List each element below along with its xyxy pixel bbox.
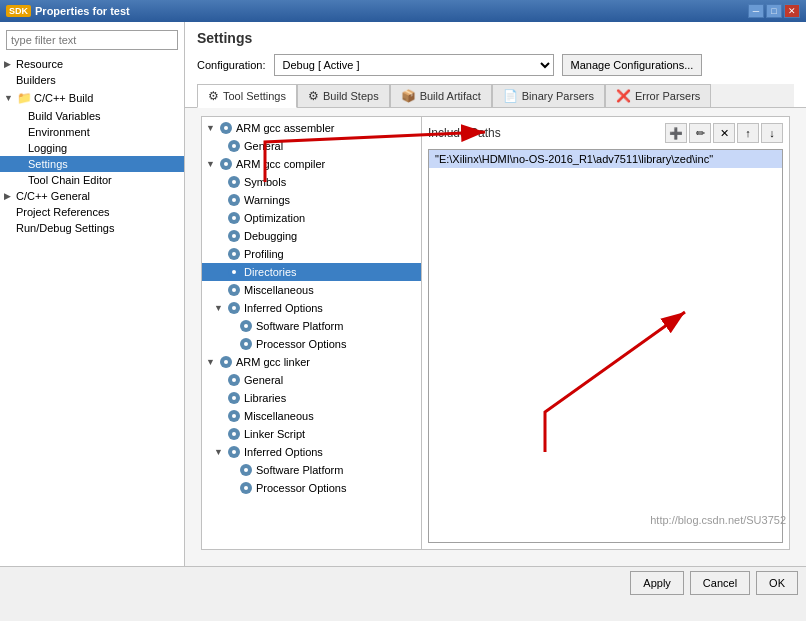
binary-parsers-icon: 📄	[503, 89, 518, 103]
sidebar-filter-wrapper	[6, 30, 178, 50]
svg-point-9	[232, 198, 236, 202]
svg-point-25	[244, 342, 248, 346]
apply-button[interactable]: Apply	[630, 571, 684, 595]
filter-input[interactable]	[6, 30, 178, 50]
tree-node-compiler-software-platform[interactable]: Software Platform	[202, 317, 421, 335]
config-select[interactable]: Debug [ Active ]	[274, 54, 554, 76]
tree-node-arm-linker[interactable]: ▼ ARM gcc linker	[202, 353, 421, 371]
tab-build-steps[interactable]: ⚙ Build Steps	[297, 84, 390, 107]
tree-node-compiler-debugging[interactable]: Debugging	[202, 227, 421, 245]
tab-build-artifact[interactable]: 📦 Build Artifact	[390, 84, 492, 107]
svg-point-15	[232, 252, 236, 256]
svg-point-3	[232, 144, 236, 148]
settings-panel: Settings Configuration: Debug [ Active ]…	[185, 22, 806, 108]
move-up-button[interactable]: ↑	[737, 123, 759, 143]
settings-title: Settings	[197, 30, 794, 46]
svg-point-29	[232, 378, 236, 382]
tree-node-arm-compiler[interactable]: ▼ ARM gcc compiler	[202, 155, 421, 173]
tab-tool-settings[interactable]: ⚙ Tool Settings	[197, 84, 297, 108]
edit-path-button[interactable]: ✏	[689, 123, 711, 143]
include-paths-title: Include Paths	[428, 126, 501, 140]
include-paths-list[interactable]: "E:\Xilinx\HDMI\no-OS-2016_R1\adv7511\li…	[428, 149, 783, 543]
tool-settings-icon: ⚙	[208, 89, 219, 103]
sidebar-item-settings[interactable]: Settings	[0, 156, 184, 172]
titlebar-controls: ─ □ ✕	[748, 4, 800, 18]
tree-node-compiler-misc[interactable]: Miscellaneous	[202, 281, 421, 299]
tabs-bar: ⚙ Tool Settings ⚙ Build Steps 📦 Build Ar…	[197, 84, 794, 107]
svg-point-31	[232, 396, 236, 400]
maximize-button[interactable]: □	[766, 4, 782, 18]
include-paths-header: Include Paths ➕ ✏ ✕ ↑ ↓	[428, 123, 783, 143]
svg-point-17	[232, 270, 236, 274]
close-button[interactable]: ✕	[784, 4, 800, 18]
svg-point-13	[232, 234, 236, 238]
window-title: Properties for test	[35, 5, 130, 17]
tree-node-compiler-processor-options[interactable]: Processor Options	[202, 335, 421, 353]
sidebar-item-run-debug[interactable]: Run/Debug Settings	[0, 220, 184, 236]
sidebar-item-environment[interactable]: Environment	[0, 124, 184, 140]
manage-configurations-button[interactable]: Manage Configurations...	[562, 54, 703, 76]
dialog-buttons: Apply Cancel OK	[0, 566, 806, 599]
svg-point-39	[244, 468, 248, 472]
tree-node-compiler-symbols[interactable]: Symbols	[202, 173, 421, 191]
svg-point-19	[232, 288, 236, 292]
sidebar-item-build-vars[interactable]: Build Variables	[0, 108, 184, 124]
error-parsers-icon: ❌	[616, 89, 631, 103]
ok-button[interactable]: OK	[756, 571, 798, 595]
tree-node-compiler-profiling[interactable]: Profiling	[202, 245, 421, 263]
sidebar-item-cpp-build[interactable]: ▼ 📁 C/C++ Build	[0, 88, 184, 108]
move-down-button[interactable]: ↓	[761, 123, 783, 143]
sidebar-item-cpp-general[interactable]: ▶ C/C++ General	[0, 188, 184, 204]
tool-settings-content: ▼ ARM gcc assembler General	[201, 116, 790, 550]
tree-node-linker-libraries[interactable]: Libraries	[202, 389, 421, 407]
sidebar-item-project-refs[interactable]: Project References	[0, 204, 184, 220]
svg-point-23	[244, 324, 248, 328]
sidebar-item-resource[interactable]: ▶ Resource	[0, 56, 184, 72]
tree-node-compiler-inferred[interactable]: ▼ Inferred Options	[202, 299, 421, 317]
tree-node-arm-assembler[interactable]: ▼ ARM gcc assembler	[202, 119, 421, 137]
config-label: Configuration:	[197, 59, 266, 71]
cancel-button[interactable]: Cancel	[690, 571, 750, 595]
tree-node-linker-general[interactable]: General	[202, 371, 421, 389]
sidebar-item-toolchain[interactable]: Tool Chain Editor	[0, 172, 184, 188]
add-path-button[interactable]: ➕	[665, 123, 687, 143]
svg-point-21	[232, 306, 236, 310]
svg-point-41	[244, 486, 248, 490]
tree-node-linker-software-platform[interactable]: Software Platform	[202, 461, 421, 479]
panel-toolbar: ➕ ✏ ✕ ↑ ↓	[665, 123, 783, 143]
sidebar-item-logging[interactable]: Logging	[0, 140, 184, 156]
svg-point-33	[232, 414, 236, 418]
sidebar: ▶ Resource Builders ▼ 📁 C/C++ Build Buil…	[0, 22, 185, 566]
tree-node-compiler-optimization[interactable]: Optimization	[202, 209, 421, 227]
svg-point-5	[224, 162, 228, 166]
tab-binary-parsers[interactable]: 📄 Binary Parsers	[492, 84, 605, 107]
svg-point-35	[232, 432, 236, 436]
sdk-badge: SDK	[6, 5, 31, 17]
svg-point-7	[232, 180, 236, 184]
svg-point-27	[224, 360, 228, 364]
tab-error-parsers[interactable]: ❌ Error Parsers	[605, 84, 711, 107]
tree-node-compiler-warnings[interactable]: Warnings	[202, 191, 421, 209]
svg-point-11	[232, 216, 236, 220]
tree-node-linker-inferred[interactable]: ▼ Inferred Options	[202, 443, 421, 461]
sidebar-item-builders[interactable]: Builders	[0, 72, 184, 88]
svg-point-37	[232, 450, 236, 454]
settings-tree: ▼ ARM gcc assembler General	[202, 117, 422, 549]
minimize-button[interactable]: ─	[748, 4, 764, 18]
svg-point-1	[224, 126, 228, 130]
path-item-0[interactable]: "E:\Xilinx\HDMI\no-OS-2016_R1\adv7511\li…	[429, 150, 782, 168]
remove-path-button[interactable]: ✕	[713, 123, 735, 143]
config-bar: Configuration: Debug [ Active ] Manage C…	[197, 54, 794, 76]
titlebar: SDK Properties for test ─ □ ✕	[0, 0, 806, 22]
tree-node-linker-processor-options[interactable]: Processor Options	[202, 479, 421, 497]
build-artifact-icon: 📦	[401, 89, 416, 103]
tree-node-assembler-general[interactable]: General	[202, 137, 421, 155]
tree-node-compiler-directories[interactable]: Directories	[202, 263, 421, 281]
tree-node-linker-script[interactable]: Linker Script	[202, 425, 421, 443]
build-steps-icon: ⚙	[308, 89, 319, 103]
include-paths-panel: Include Paths ➕ ✏ ✕ ↑ ↓ "E:\Xi	[422, 117, 789, 549]
tree-node-linker-misc[interactable]: Miscellaneous	[202, 407, 421, 425]
